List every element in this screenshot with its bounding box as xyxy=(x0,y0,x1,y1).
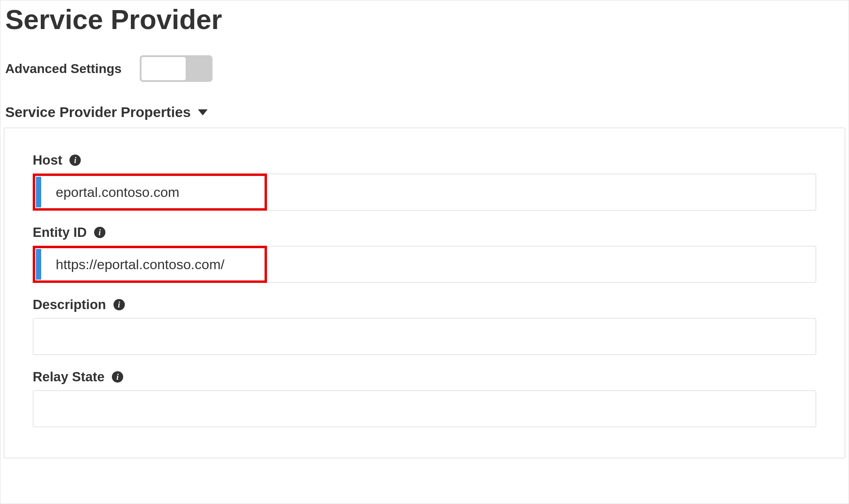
host-input[interactable] xyxy=(33,174,816,211)
advanced-settings-toggle[interactable] xyxy=(140,55,212,82)
entity-id-input[interactable] xyxy=(33,246,816,283)
info-icon[interactable]: i xyxy=(113,299,125,310)
description-label-row: Description i xyxy=(33,297,816,312)
page-title: Service Provider xyxy=(5,4,845,35)
relay-state-input-wrapper xyxy=(33,390,816,427)
advanced-settings-row: Advanced Settings xyxy=(5,55,845,82)
description-input[interactable] xyxy=(33,318,816,355)
section-header[interactable]: Service Provider Properties xyxy=(5,104,845,120)
toggle-knob xyxy=(141,56,186,81)
relay-state-field-group: Relay State i xyxy=(33,369,816,427)
host-field-group: Host i xyxy=(33,153,816,211)
host-label: Host xyxy=(33,153,62,168)
input-indicator-bar xyxy=(36,177,41,207)
input-indicator-bar xyxy=(36,249,41,280)
entity-id-input-wrapper xyxy=(33,246,816,283)
description-field-group: Description i xyxy=(33,297,816,355)
entity-id-label: Entity ID xyxy=(33,225,87,240)
info-icon[interactable]: i xyxy=(112,371,123,383)
description-input-wrapper xyxy=(33,318,816,355)
entity-id-field-group: Entity ID i xyxy=(33,225,816,283)
advanced-settings-label: Advanced Settings xyxy=(5,61,122,76)
section-title: Service Provider Properties xyxy=(5,104,191,120)
properties-panel: Host i Entity ID i Description i R xyxy=(4,128,845,458)
description-label: Description xyxy=(33,297,106,312)
chevron-down-icon xyxy=(198,109,208,115)
host-input-wrapper xyxy=(33,174,816,211)
info-icon[interactable]: i xyxy=(94,227,105,238)
info-icon[interactable]: i xyxy=(69,155,81,166)
entity-id-label-row: Entity ID i xyxy=(33,225,816,240)
host-label-row: Host i xyxy=(33,153,816,168)
relay-state-label-row: Relay State i xyxy=(33,369,816,385)
relay-state-input[interactable] xyxy=(33,390,816,427)
relay-state-label: Relay State xyxy=(33,369,105,385)
